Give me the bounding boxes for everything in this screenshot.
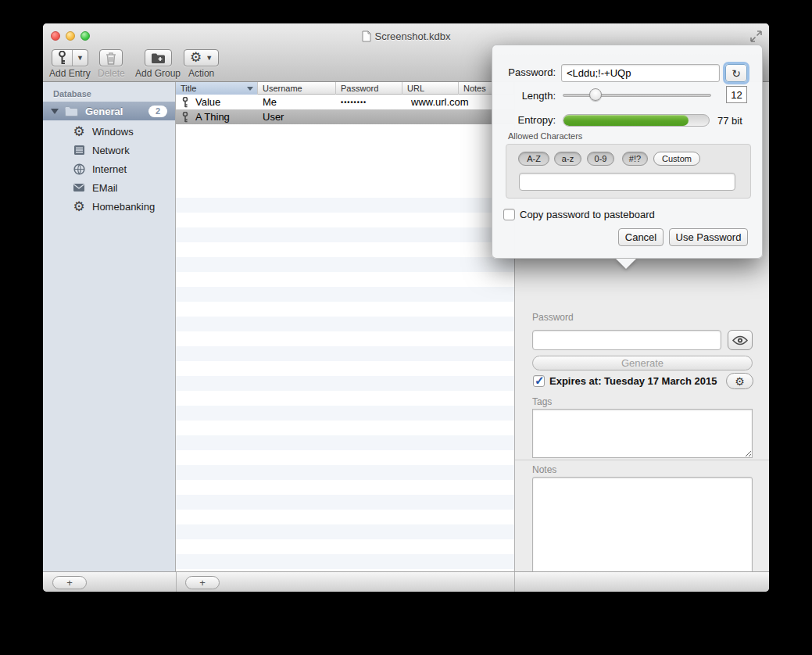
sidebar-item-label: Internet	[92, 163, 127, 175]
use-password-button[interactable]: Use Password	[669, 228, 748, 246]
refresh-icon: ↻	[732, 67, 741, 80]
generate-button[interactable]: Generate	[532, 356, 753, 370]
entropy-value: 77 bit	[717, 115, 742, 127]
allowed-characters-label: Allowed Characters	[508, 131, 582, 141]
cell-url	[411, 109, 489, 124]
divider	[514, 572, 515, 592]
column-header-username[interactable]: Username	[258, 82, 336, 95]
table-empty-area[interactable]	[176, 183, 514, 571]
password-generator-popover: Password: ↻ Length: 12 Entropy: 77 bit A…	[492, 45, 763, 259]
show-password-button[interactable]	[728, 330, 753, 350]
sidebar-item-label: Windows	[92, 126, 134, 138]
action-button[interactable]: ⚙▼Action	[184, 49, 219, 79]
sidebar-item-windows[interactable]: ⚙Windows	[43, 122, 175, 141]
disclosure-triangle-icon[interactable]	[51, 109, 59, 114]
window-title: Screenshot.kdbx	[375, 30, 451, 42]
trash-icon	[106, 52, 116, 65]
entropy-meter	[563, 114, 710, 127]
tags-input[interactable]	[532, 409, 753, 458]
length-slider[interactable]	[563, 94, 711, 97]
server-icon	[73, 145, 85, 156]
sidebar-item-internet[interactable]: Internet	[43, 159, 175, 178]
expires-label: Expires at: Tuesday 17 March 2015	[549, 375, 717, 387]
popover-password-label: Password:	[492, 66, 556, 78]
column-header-title[interactable]: Title	[176, 82, 258, 95]
key-icon	[182, 112, 188, 123]
cell-username: Me	[263, 95, 334, 109]
table-row[interactable]: ValueMe••••••••www.url.com	[176, 95, 514, 109]
gear-icon: ⚙	[73, 200, 85, 213]
cell-title: Value	[195, 95, 256, 109]
sidebar-section-label: Database	[53, 89, 91, 98]
expires-checkbox[interactable]	[533, 375, 545, 387]
password-section-label: Password	[532, 312, 574, 323]
sidebar-item-network[interactable]: Network	[43, 141, 175, 159]
key-icon	[58, 51, 66, 65]
charset-toggle-0-9[interactable]: 0-9	[587, 152, 614, 166]
column-header-password[interactable]: Password	[336, 82, 402, 95]
length-slider-thumb[interactable]	[589, 88, 602, 101]
globe-icon	[73, 163, 85, 175]
cancel-button[interactable]: Cancel	[618, 228, 664, 246]
bottom-bar: + +	[43, 571, 769, 592]
generated-password-input[interactable]	[561, 64, 720, 82]
sidebar-item-label: Homebanking	[92, 201, 155, 213]
sidebar-item-general[interactable]: General 2	[43, 102, 175, 120]
sidebar: Database General 2 ⚙WindowsNetworkIntern…	[43, 82, 176, 571]
charset-toggle-a-z[interactable]: A-Z	[518, 152, 549, 166]
sidebar-item-email[interactable]: EMail	[43, 178, 175, 197]
chevron-down-icon: ▼	[77, 54, 84, 62]
notes-label: Notes	[532, 464, 556, 475]
table-header: TitleUsernamePasswordURLNotes	[176, 82, 514, 95]
tags-label: Tags	[532, 396, 552, 407]
sort-descending-icon	[247, 87, 253, 91]
toolbar-item-label: Add Entry	[49, 68, 91, 79]
add-entry-toolbar-control[interactable]: ▼	[52, 49, 88, 66]
section-divider	[515, 460, 769, 460]
gear-icon: ⚙	[735, 375, 745, 388]
cell-url: www.url.com	[411, 95, 489, 109]
desktop: Screenshot.kdbx ▼Add EntryDeleteAdd Grou…	[0, 0, 812, 655]
folder-icon	[65, 106, 78, 116]
copy-to-pasteboard-label: Copy password to pasteboard	[520, 209, 655, 220]
toolbar-item-label: Action	[188, 68, 214, 79]
length-label: Length:	[492, 90, 556, 102]
copy-to-pasteboard-checkbox[interactable]	[503, 209, 515, 220]
key-icon	[182, 97, 188, 108]
cell-username: User	[263, 109, 334, 124]
toolbar-item-label: Delete	[98, 68, 125, 79]
charset-toggle-custom[interactable]: Custom	[653, 152, 700, 166]
eye-icon	[732, 335, 748, 345]
folder-plus-icon	[151, 52, 166, 64]
charset-toggle-#!?[interactable]: #!?	[622, 152, 648, 166]
sidebar-item-label: General	[85, 106, 123, 117]
add-group-plus-button[interactable]: +	[52, 576, 87, 589]
gear-icon: ⚙	[73, 125, 85, 138]
add-group-toolbar-control[interactable]	[145, 49, 172, 66]
entry-password-input[interactable]	[532, 330, 721, 350]
sidebar-item-homebanking[interactable]: ⚙Homebanking	[43, 197, 175, 216]
sidebar-item-label: EMail	[92, 182, 118, 194]
gear-icon: ⚙	[190, 51, 202, 65]
cell-password	[341, 109, 402, 124]
regenerate-button[interactable]: ↻	[725, 64, 747, 82]
length-value[interactable]: 12	[726, 86, 747, 103]
add-entry-button[interactable]: ▼Add Entry	[49, 49, 91, 79]
action-toolbar-control[interactable]: ⚙▼	[184, 49, 219, 66]
column-header-label: Notes	[463, 84, 486, 93]
expires-settings-button[interactable]: ⚙	[726, 373, 753, 389]
column-header-url[interactable]: URL	[402, 82, 459, 95]
fullscreen-icon[interactable]	[750, 30, 762, 42]
chevron-down-icon: ▼	[206, 54, 213, 62]
cell-title: A Thing	[195, 109, 256, 124]
custom-charset-input[interactable]	[519, 173, 735, 191]
popover-arrow	[616, 259, 636, 269]
divider	[176, 572, 177, 592]
add-entry-plus-button[interactable]: +	[185, 576, 220, 589]
table-row[interactable]: A ThingUser	[176, 109, 514, 124]
add-group-button[interactable]: Add Group	[135, 49, 181, 79]
column-header-label: Title	[181, 84, 196, 93]
group-count-badge: 2	[148, 106, 167, 117]
charset-toggle-a-z[interactable]: a-z	[554, 152, 581, 166]
sidebar-item-label: Network	[92, 145, 130, 156]
